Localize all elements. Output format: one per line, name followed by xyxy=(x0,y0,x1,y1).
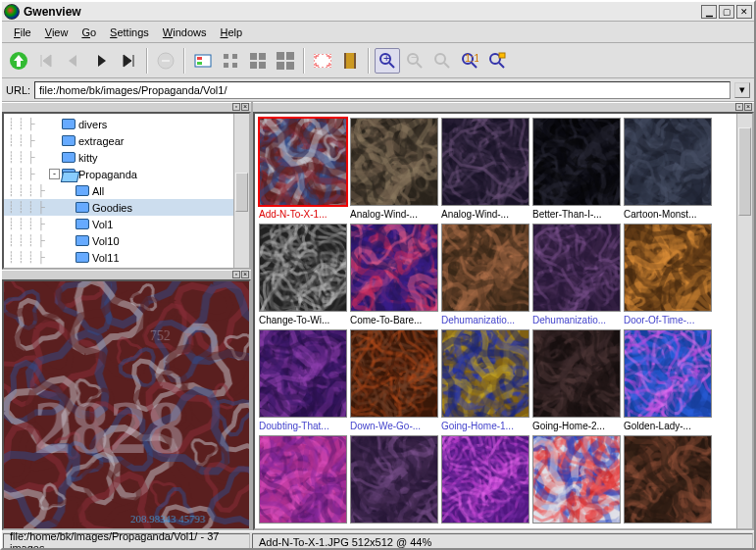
thumbnail[interactable] xyxy=(350,435,438,527)
thumbnail[interactable]: Dehumanizatio... xyxy=(441,224,529,326)
zoom-reset-button[interactable]: 1:1 xyxy=(457,48,482,74)
close-button[interactable]: ✕ xyxy=(736,5,752,19)
thumbnail[interactable]: Down-We-Go-... xyxy=(350,329,438,432)
tree-item-vol11[interactable]: ┊ ┊ ┊ ├ Vol11 xyxy=(4,249,249,266)
zoom-in-button[interactable]: + xyxy=(375,48,400,74)
prev-button[interactable] xyxy=(61,48,86,74)
thumbnail[interactable]: Golden-Lady-... xyxy=(624,329,712,432)
tree-expander[interactable]: - xyxy=(49,169,60,179)
view-med-button[interactable] xyxy=(245,48,271,74)
thumbnail-image xyxy=(258,117,348,207)
thumbnail[interactable]: Door-Of-Time-... xyxy=(624,224,712,326)
thumbnail[interactable] xyxy=(259,435,347,527)
minimize-button[interactable]: ▁ xyxy=(701,5,717,19)
url-input[interactable] xyxy=(34,81,731,99)
thumbnail[interactable]: Going-Home-2... xyxy=(532,329,621,432)
thumbnail-image xyxy=(350,329,438,418)
menu-settings[interactable]: Settings xyxy=(104,25,155,40)
thumbnail-label: Analog-Wind-... xyxy=(441,208,529,221)
folder-tree[interactable]: ┊ ┊ ├ divers┊ ┊ ├ extragear┊ ┊ ├ kitty┊ … xyxy=(2,112,251,270)
menu-windows[interactable]: Windows xyxy=(157,25,213,40)
tree-label: All xyxy=(92,185,104,197)
stop-button[interactable] xyxy=(153,48,178,74)
tree-item-extragear[interactable]: ┊ ┊ ├ extragear xyxy=(4,132,249,149)
menu-help[interactable]: Help xyxy=(215,25,249,40)
view-small-button[interactable] xyxy=(218,48,243,74)
preview-undock-button[interactable]: ▫ xyxy=(232,271,240,278)
tree-item-propaganda[interactable]: ┊ ┊ ├ -Propaganda xyxy=(4,166,249,182)
thumbs-close-button[interactable]: × xyxy=(744,103,752,111)
menu-view[interactable]: View xyxy=(39,25,75,40)
thumbnail[interactable]: Better-Than-I-... xyxy=(532,118,621,221)
thumbnail[interactable] xyxy=(441,435,529,527)
tree-item-divers[interactable]: ┊ ┊ ├ divers xyxy=(4,116,249,132)
thumbs-undock-button[interactable]: ▫ xyxy=(735,103,743,111)
thumbnail[interactable] xyxy=(532,435,621,527)
svg-rect-14 xyxy=(277,52,284,60)
menu-go[interactable]: Go xyxy=(76,25,102,40)
svg-line-29 xyxy=(444,63,449,68)
tree-item-goodies[interactable]: ┊ ┊ ┊ ├ Goodies xyxy=(4,199,249,216)
folder-icon xyxy=(76,252,89,263)
zoom-fit-button[interactable] xyxy=(429,48,455,74)
last-button[interactable] xyxy=(116,48,141,74)
url-label: URL: xyxy=(6,84,30,96)
window-title: Gwenview xyxy=(24,5,81,19)
folder-icon xyxy=(62,119,76,129)
tree-item-vol10[interactable]: ┊ ┊ ┊ ├ Vol10 xyxy=(4,232,249,249)
thumbnail[interactable]: Doubting-That... xyxy=(259,329,347,432)
thumbnail-label: Down-We-Go-... xyxy=(350,420,438,432)
thumbs-dock-controls: ▫ × xyxy=(253,102,754,112)
thumbnail-image xyxy=(259,435,347,524)
thumbnail[interactable] xyxy=(624,435,712,527)
tree-scrollbar[interactable] xyxy=(233,114,249,268)
thumbnail[interactable]: Analog-Wind-... xyxy=(350,118,438,221)
thumbnail[interactable]: Add-N-To-X-1... xyxy=(259,118,347,221)
up-button[interactable] xyxy=(6,48,31,74)
svg-rect-10 xyxy=(250,53,257,60)
thumbnail[interactable]: Cartoon-Monst... xyxy=(624,118,712,221)
thumbnail-image xyxy=(624,329,712,418)
thumbnail-label xyxy=(259,525,347,527)
svg-line-34 xyxy=(499,63,504,68)
maximize-button[interactable]: ▢ xyxy=(719,5,734,19)
url-bar: URL: ▾ xyxy=(2,78,754,102)
tree-undock-button[interactable]: ▫ xyxy=(232,103,240,111)
zoom-lock-button[interactable] xyxy=(484,48,510,74)
tree-item-kitty[interactable]: ┊ ┊ ├ kitty xyxy=(4,149,249,166)
tree-item-all[interactable]: ┊ ┊ ┊ ├ All xyxy=(4,182,249,199)
thumbnail[interactable]: Dehumanizatio... xyxy=(532,224,621,326)
slideshow-button[interactable] xyxy=(337,48,363,74)
thumbnail-label: Analog-Wind-... xyxy=(350,208,438,221)
thumbnail[interactable]: Analog-Wind-... xyxy=(441,118,529,221)
svg-line-26 xyxy=(417,63,422,68)
thumbnails-panel[interactable]: Add-N-To-X-1...Analog-Wind-...Analog-Win… xyxy=(253,112,754,530)
zoom-out-button[interactable]: − xyxy=(402,48,428,74)
thumbnail-label: Golden-Lady-... xyxy=(624,420,712,432)
thumbnail[interactable]: Come-To-Bare... xyxy=(350,224,438,326)
fullscreen-button[interactable] xyxy=(310,48,335,74)
thumbnail-image xyxy=(532,329,621,418)
first-button[interactable] xyxy=(33,48,59,74)
svg-text:−: − xyxy=(411,52,417,63)
view-large-button[interactable] xyxy=(273,48,298,74)
thumbnail-label: Change-To-Wi... xyxy=(259,314,347,326)
svg-rect-35 xyxy=(499,53,505,58)
thumbs-scrollbar[interactable] xyxy=(736,114,752,528)
thumbnail-image xyxy=(350,118,438,206)
tree-label: Goodies xyxy=(92,202,132,214)
preview-close-button[interactable]: × xyxy=(241,271,249,278)
thumbnail-label xyxy=(441,525,529,527)
view-list-button[interactable] xyxy=(190,48,216,74)
next-button[interactable] xyxy=(88,48,114,74)
thumbnail[interactable]: Change-To-Wi... xyxy=(259,224,347,326)
svg-rect-2 xyxy=(162,60,170,62)
tree-item-vol12[interactable]: ┊ ┊ ┊ ├ Vol12 xyxy=(4,266,249,270)
thumbnail[interactable]: Going-Home-1... xyxy=(441,329,529,432)
url-dropdown-button[interactable]: ▾ xyxy=(734,82,750,98)
svg-rect-9 xyxy=(232,63,237,68)
tree-close-button[interactable]: × xyxy=(241,103,249,111)
menu-file[interactable]: File xyxy=(8,25,37,40)
thumbnail-image xyxy=(441,329,529,418)
tree-item-vol1[interactable]: ┊ ┊ ┊ ├ Vol1 xyxy=(4,216,249,232)
